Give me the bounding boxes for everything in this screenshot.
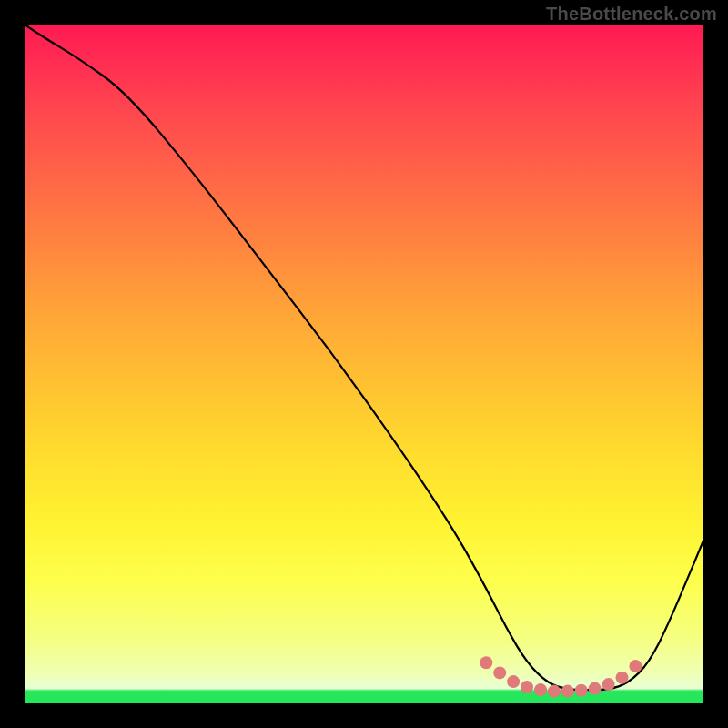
chart-container: TheBottleneck.com bbox=[0, 0, 728, 728]
optimal-dot bbox=[589, 682, 602, 695]
watermark-text: TheBottleneck.com bbox=[546, 4, 717, 25]
optimal-zone-dots bbox=[480, 656, 642, 697]
optimal-dot bbox=[493, 666, 506, 679]
plot-area bbox=[25, 25, 703, 703]
optimal-dot bbox=[507, 675, 520, 688]
optimal-dot bbox=[575, 684, 588, 697]
optimal-dot bbox=[561, 685, 574, 698]
optimal-dot bbox=[602, 678, 615, 691]
optimal-dot bbox=[629, 660, 642, 672]
chart-svg bbox=[25, 25, 703, 703]
optimal-dot bbox=[534, 683, 547, 696]
optimal-dot bbox=[480, 656, 492, 669]
optimal-dot bbox=[616, 672, 629, 684]
optimal-dot bbox=[521, 681, 533, 693]
optimal-dot bbox=[548, 685, 561, 698]
bottleneck-curve-path bbox=[25, 25, 703, 690]
